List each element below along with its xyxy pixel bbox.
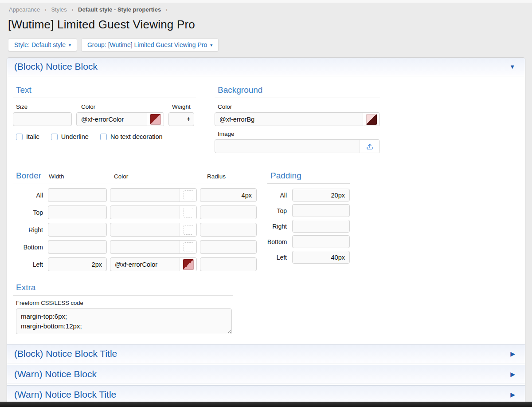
no-text-decoration-checkbox-item[interactable]: No text decoration bbox=[100, 133, 163, 140]
border-bottom-color-swatch-button[interactable] bbox=[180, 241, 196, 253]
breadcrumb-separator-icon: › bbox=[71, 7, 73, 13]
border-top-radius-input[interactable] bbox=[200, 205, 257, 219]
section-title: (Block) Notice Block bbox=[14, 61, 98, 72]
padding-bottom-input[interactable] bbox=[292, 235, 350, 248]
background-color-swatch-button[interactable] bbox=[363, 113, 379, 126]
section-title: (Warn) Notice Block Title bbox=[14, 389, 116, 400]
background-color-input[interactable] bbox=[215, 113, 363, 126]
padding-left-input[interactable] bbox=[292, 251, 350, 264]
border-radius-column-label: Radius bbox=[206, 173, 263, 180]
border-top-width-input[interactable] bbox=[48, 205, 107, 219]
border-right-color-field bbox=[110, 223, 197, 237]
background-image-field bbox=[215, 139, 380, 153]
border-all-width-input[interactable] bbox=[48, 188, 107, 202]
padding-row-label: Top bbox=[267, 207, 289, 214]
text-weight-select[interactable]: ▲▼ bbox=[168, 112, 194, 126]
select-arrows-icon: ▲▼ bbox=[187, 117, 190, 121]
breadcrumb-styles[interactable]: Styles bbox=[51, 6, 66, 13]
text-style-checkboxes: Italic Underline No text decoration bbox=[13, 133, 196, 140]
upload-icon bbox=[366, 142, 374, 150]
section-header-warn-notice-block[interactable]: (Warn) Notice Block ▶ bbox=[7, 365, 525, 384]
background-group-heading: Background bbox=[215, 85, 380, 98]
border-left-color-input[interactable] bbox=[110, 258, 180, 271]
breadcrumb-style-properties[interactable]: Default style - Style properties bbox=[78, 6, 161, 13]
extra-group-heading: Extra bbox=[13, 283, 233, 296]
style-chooser-button[interactable]: Style: Default style ▾ bbox=[8, 38, 77, 51]
border-right-color-input[interactable] bbox=[110, 223, 180, 236]
no-text-decoration-label: No text decoration bbox=[110, 133, 163, 140]
empty-color-swatch-icon bbox=[184, 190, 193, 200]
italic-checkbox-item[interactable]: Italic bbox=[16, 133, 39, 140]
border-bottom-color-field bbox=[110, 240, 197, 254]
empty-color-swatch-icon bbox=[184, 225, 193, 235]
breadcrumb-separator-icon: › bbox=[166, 7, 168, 13]
padding-row-label: Left bbox=[267, 254, 289, 261]
border-bottom-radius-input[interactable] bbox=[200, 240, 257, 254]
underline-checkbox-item[interactable]: Underline bbox=[51, 133, 89, 140]
text-group-heading: Text bbox=[13, 85, 196, 98]
background-image-input[interactable] bbox=[215, 140, 360, 153]
padding-top-input[interactable] bbox=[292, 204, 350, 217]
background-color-label: Color bbox=[215, 103, 380, 110]
group-chooser-button[interactable]: Group: [Wutime] Limited Guest Viewing Pr… bbox=[81, 38, 219, 51]
border-right-radius-input[interactable] bbox=[200, 223, 257, 237]
weight-label: Weight bbox=[169, 103, 196, 110]
padding-group: Padding All Top Right Bottom Left bbox=[267, 171, 350, 271]
extra-group: Extra Freeform CSS/LESS code margin-top:… bbox=[13, 283, 233, 336]
chevron-right-icon: ▶ bbox=[510, 391, 515, 398]
border-row-label: Left bbox=[13, 261, 45, 268]
border-top-color-swatch-button[interactable] bbox=[180, 206, 196, 219]
border-bottom-color-input[interactable] bbox=[110, 241, 180, 253]
padding-row-label: Right bbox=[267, 223, 289, 230]
border-top-color-field bbox=[110, 205, 197, 219]
text-color-input[interactable] bbox=[77, 113, 147, 126]
underline-checkbox[interactable] bbox=[51, 134, 58, 140]
border-all-color-input[interactable] bbox=[110, 189, 180, 202]
text-size-input[interactable] bbox=[13, 112, 72, 126]
page-title: [Wutime] Limited Guest Viewing Pro bbox=[8, 18, 525, 32]
border-top-color-input[interactable] bbox=[110, 206, 180, 219]
underline-label: Underline bbox=[61, 133, 89, 140]
text-color-swatch-button[interactable] bbox=[147, 113, 164, 126]
padding-row-label: All bbox=[267, 192, 289, 199]
breadcrumb-appearance[interactable]: Appearance bbox=[9, 6, 40, 13]
border-left-color-swatch-button[interactable] bbox=[180, 258, 196, 271]
padding-all-input[interactable] bbox=[292, 189, 350, 202]
border-bottom-width-input[interactable] bbox=[48, 240, 107, 254]
border-right-color-swatch-button[interactable] bbox=[180, 223, 196, 236]
breadcrumb: Appearance › Styles › Default style - St… bbox=[7, 3, 525, 13]
border-left-radius-input[interactable] bbox=[200, 257, 257, 271]
border-color-column-label: Color bbox=[113, 173, 203, 180]
color-swatch-icon bbox=[366, 114, 377, 125]
freeform-css-textarea[interactable]: margin-top:6px; margin-bottom:12px; bbox=[16, 308, 232, 334]
text-group: Text Size Color Weight bbox=[13, 85, 196, 153]
italic-checkbox[interactable] bbox=[16, 134, 23, 140]
chevron-down-icon: ▼ bbox=[509, 63, 515, 70]
border-all-color-swatch-button[interactable] bbox=[180, 189, 196, 202]
style-chooser-label: Style: Default style bbox=[14, 41, 66, 48]
chevron-right-icon: ▶ bbox=[510, 350, 515, 357]
italic-label: Italic bbox=[26, 133, 39, 140]
border-row-label: All bbox=[13, 192, 45, 199]
empty-color-swatch-icon bbox=[184, 242, 193, 252]
background-image-label: Image bbox=[215, 130, 380, 137]
freeform-css-label: Freeform CSS/LESS code bbox=[13, 300, 233, 306]
image-upload-button[interactable] bbox=[360, 140, 379, 153]
text-color-field bbox=[76, 112, 164, 126]
border-left-width-input[interactable] bbox=[48, 257, 107, 271]
border-group-heading: Border bbox=[13, 171, 45, 181]
border-right-width-input[interactable] bbox=[48, 223, 107, 237]
border-width-column-label: Width bbox=[48, 173, 110, 180]
padding-right-input[interactable] bbox=[292, 220, 350, 233]
color-swatch-icon bbox=[183, 259, 194, 270]
border-row-label: Right bbox=[13, 226, 45, 233]
border-all-color-field bbox=[110, 188, 197, 202]
no-text-decoration-checkbox[interactable] bbox=[100, 134, 107, 140]
caret-down-icon: ▾ bbox=[210, 43, 212, 47]
section-header-block-notice-block[interactable]: (Block) Notice Block ▼ bbox=[7, 58, 525, 76]
section-header-block-notice-block-title[interactable]: (Block) Notice Block Title ▶ bbox=[7, 344, 525, 364]
padding-row-label: Bottom bbox=[267, 238, 289, 245]
border-all-radius-input[interactable] bbox=[200, 188, 257, 202]
chevron-right-icon: ▶ bbox=[510, 371, 515, 378]
size-label: Size bbox=[13, 103, 75, 110]
